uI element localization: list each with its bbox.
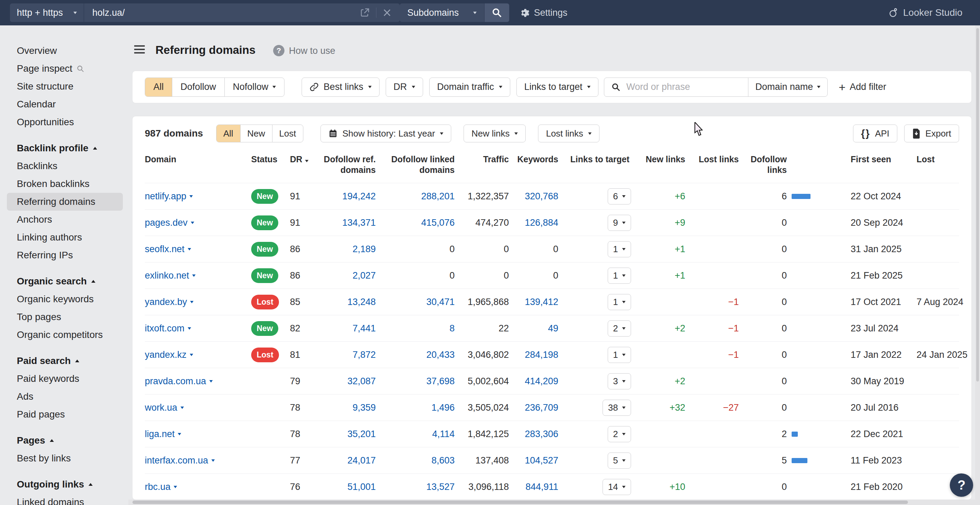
sidebar-item-best-by-links[interactable]: Best by links (7, 449, 123, 467)
keywords-value[interactable]: 414,209 (525, 376, 558, 386)
sidebar-item-organic-keywords[interactable]: Organic keywords (7, 290, 123, 308)
domain-link[interactable]: liga.net (145, 429, 181, 440)
domain-link[interactable]: seoflx.net (145, 244, 191, 254)
sidebar-item-referring-domains[interactable]: Referring domains (7, 193, 123, 211)
keywords-value[interactable]: 49 (548, 323, 558, 333)
scope-dropdown[interactable]: Subdomains (400, 3, 484, 22)
domain-link[interactable]: pages.dev (145, 218, 194, 228)
domain-link[interactable]: netlify.app (145, 191, 193, 202)
column-header-dofollow-links[interactable]: Dofollow links (739, 154, 826, 175)
links-to-target-select[interactable]: 38 (603, 400, 631, 416)
dofollow-linked-domains-value[interactable]: 1,496 (431, 402, 455, 413)
api-button[interactable]: {} API (853, 124, 897, 142)
horizontal-scrollbar-thumb[interactable] (132, 500, 908, 504)
links-to-target-select[interactable]: 6 (608, 188, 631, 205)
column-header-dofollow-linked-domains[interactable]: Dofollow linked domains (376, 154, 455, 175)
dofollow-ref-domains-value[interactable]: 7,872 (352, 349, 376, 360)
sidebar-item-overview[interactable]: Overview (7, 42, 123, 60)
links-to-target-select[interactable]: 2 (608, 426, 631, 442)
column-header-new-links[interactable]: New links (641, 154, 685, 165)
sidebar-section-outgoing-links[interactable]: Outgoing links (7, 475, 123, 493)
dofollow-linked-domains-value[interactable]: 288,201 (421, 191, 455, 202)
column-header-keywords[interactable]: Keywords (509, 154, 558, 165)
dofollow-linked-domains-value[interactable]: 8,603 (431, 455, 455, 465)
sidebar-item-site-structure[interactable]: Site structure (7, 78, 123, 95)
column-header-status[interactable]: Status (251, 154, 290, 165)
show-history-dropdown[interactable]: Show history: Last year (320, 124, 451, 142)
links-to-target-select[interactable]: 1 (608, 241, 631, 257)
keywords-value[interactable]: 320,768 (525, 191, 558, 202)
sidebar-item-referring-ips[interactable]: Referring IPs (7, 246, 123, 264)
column-header-lost-links[interactable]: Lost links (685, 154, 739, 165)
sidebar-item-opportunities[interactable]: Opportunities (7, 113, 123, 131)
sidebar-section-backlink-profile[interactable]: Backlink profile (7, 139, 123, 157)
keywords-value[interactable]: 104,527 (525, 455, 558, 465)
links-to-target-select[interactable]: 14 (603, 479, 631, 495)
sidebar-section-pages[interactable]: Pages (7, 432, 123, 449)
links-to-target-select[interactable]: 1 (608, 268, 631, 284)
sidebar-item-linking-authors[interactable]: Linking authors (7, 229, 123, 246)
sidebar-item-page-inspect[interactable]: Page inspect (7, 60, 123, 78)
sidebar-item-ads[interactable]: Ads (7, 387, 123, 405)
follow-tab-dofollow[interactable]: Dofollow (172, 78, 224, 97)
sidebar-section-paid-search[interactable]: Paid search (7, 352, 123, 370)
add-filter-button[interactable]: + Add filter (838, 81, 886, 93)
links-to-target-select[interactable]: 9 (608, 215, 631, 231)
dofollow-ref-domains-value[interactable]: 51,001 (347, 482, 376, 492)
dofollow-linked-domains-value[interactable]: 8 (450, 323, 455, 333)
links-to-target-select[interactable]: 3 (608, 373, 631, 389)
follow-tab-nofollow[interactable]: Nofollow (224, 78, 285, 97)
vertical-scrollbar-thumb[interactable] (976, 28, 979, 381)
links-to-target-select[interactable]: 5 (608, 453, 631, 468)
dofollow-ref-domains-value[interactable]: 32,087 (347, 376, 376, 386)
dofollow-ref-domains-value[interactable]: 24,017 (347, 455, 376, 465)
sidebar-item-anchors[interactable]: Anchors (7, 211, 123, 229)
new-links-dropdown[interactable]: New links (464, 124, 526, 142)
domain-traffic-filter[interactable]: Domain traffic (429, 78, 510, 97)
domain-link[interactable]: yandex.kz (145, 349, 193, 360)
dofollow-ref-domains-value[interactable]: 2,189 (352, 244, 376, 254)
search-button[interactable] (485, 3, 509, 22)
status-tab-all[interactable]: All (216, 125, 240, 142)
domain-link[interactable]: pravda.com.ua (145, 376, 213, 387)
domain-link[interactable]: rbc.ua (145, 482, 177, 492)
links-to-target-select[interactable]: 1 (608, 347, 631, 363)
dofollow-linked-domains-value[interactable]: 13,527 (426, 482, 455, 492)
domain-link[interactable]: exlinko.net (145, 270, 196, 281)
keywords-value[interactable]: 126,884 (525, 218, 558, 228)
external-link-icon[interactable] (360, 8, 370, 18)
dofollow-ref-domains-value[interactable]: 9,359 (352, 402, 376, 413)
domain-link[interactable]: interfax.com.ua (145, 455, 215, 466)
sidebar-item-paid-pages[interactable]: Paid pages (7, 405, 123, 423)
status-tab-lost[interactable]: Lost (272, 125, 303, 142)
dofollow-linked-domains-value[interactable]: 20,433 (426, 349, 455, 360)
keywords-value[interactable]: 283,306 (525, 429, 558, 439)
sidebar-item-linked-domains[interactable]: Linked domains (7, 493, 123, 505)
keywords-value[interactable]: 139,412 (525, 297, 558, 307)
sidebar-item-backlinks[interactable]: Backlinks (7, 157, 123, 175)
help-button[interactable]: ? (950, 473, 973, 497)
column-header-lost[interactable]: Lost (908, 154, 960, 165)
dofollow-ref-domains-value[interactable]: 13,248 (347, 297, 376, 307)
column-header-first-seen[interactable]: First seen (826, 154, 908, 165)
how-to-use-link[interactable]: How to use (289, 46, 335, 56)
sidebar-item-calendar[interactable]: Calendar (7, 95, 123, 113)
domain-link[interactable]: yandex.by (145, 297, 194, 307)
search-type-dropdown[interactable]: Domain name (748, 78, 827, 97)
keywords-value[interactable]: 236,709 (525, 402, 558, 413)
menu-toggle-icon[interactable] (134, 45, 145, 56)
status-tab-new[interactable]: New (240, 125, 272, 142)
question-circle-icon[interactable]: ? (273, 45, 285, 56)
dofollow-ref-domains-value[interactable]: 134,371 (342, 218, 376, 228)
column-header-domain[interactable]: Domain (145, 154, 251, 165)
column-header-links-to-target[interactable]: Links to target (558, 154, 641, 165)
links-to-target-filter[interactable]: Links to target (516, 78, 599, 97)
domain-link[interactable]: itxoft.com (145, 323, 191, 334)
lost-links-dropdown[interactable]: Lost links (538, 124, 599, 142)
best-links-filter[interactable]: Best links (302, 78, 380, 97)
sidebar-item-paid-keywords[interactable]: Paid keywords (7, 370, 123, 387)
settings-button[interactable]: Settings (519, 0, 568, 25)
dofollow-ref-domains-value[interactable]: 2,027 (352, 270, 376, 281)
url-input[interactable]: holz.ua/ (84, 3, 400, 22)
links-to-target-select[interactable]: 2 (608, 321, 631, 337)
